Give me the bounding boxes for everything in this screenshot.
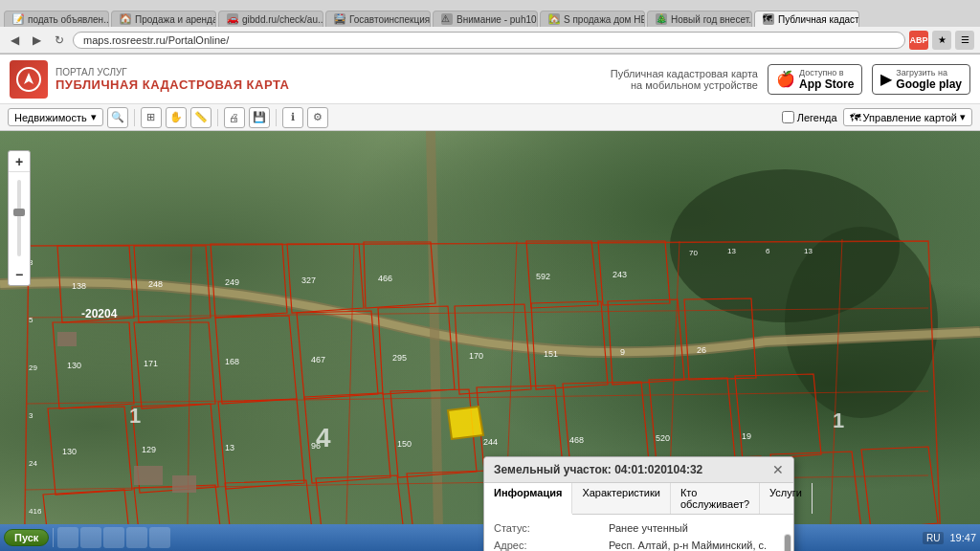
svg-point-3 bbox=[785, 227, 938, 418]
toolbar-export-btn[interactable]: 💾 bbox=[249, 107, 270, 128]
tab-favicon-6: 🏡 bbox=[548, 13, 560, 25]
header-right: Публичная кадастровая карта на мобильном… bbox=[611, 64, 970, 95]
googleplay-icon: ▶ bbox=[880, 70, 892, 88]
map-control-arrow: ▾ bbox=[960, 111, 966, 123]
tab-5[interactable]: ⚠ Внимание - puh10... ✕ bbox=[433, 11, 538, 27]
appstore-text: Доступно в App Store bbox=[799, 68, 854, 91]
toolbar-sep-3 bbox=[276, 109, 277, 126]
popup-content: Статус: Ранее учтенный Адрес: Респ. Алта… bbox=[484, 515, 793, 551]
zoom-out-button[interactable]: − bbox=[9, 264, 30, 285]
popup-scrollbar[interactable] bbox=[784, 534, 791, 551]
forward-button[interactable]: ▶ bbox=[28, 31, 46, 50]
nav-icon-menu[interactable]: ☰ bbox=[955, 31, 974, 50]
svg-text:1: 1 bbox=[129, 404, 141, 428]
taskbar-icon-1[interactable] bbox=[57, 527, 78, 548]
tab-favicon-3: 🚗 bbox=[227, 13, 238, 25]
tab-info[interactable]: Информация bbox=[484, 483, 572, 515]
taskbar-icon-3[interactable] bbox=[103, 527, 124, 548]
start-button[interactable]: Пуск bbox=[4, 529, 49, 546]
tab-label-4: Госавтоинспекция... bbox=[349, 14, 431, 25]
appstore-badge[interactable]: 🍎 Доступно в App Store bbox=[768, 64, 862, 95]
tab-label-8: Публичная кадаст... bbox=[778, 14, 859, 25]
svg-text:468: 468 bbox=[569, 435, 584, 445]
dropdown-arrow-icon: ▾ bbox=[91, 111, 97, 123]
svg-text:26: 26 bbox=[697, 345, 706, 355]
svg-text:13: 13 bbox=[804, 247, 813, 255]
svg-text:24: 24 bbox=[29, 459, 37, 468]
popup-close-button[interactable]: ✕ bbox=[772, 463, 784, 476]
taskbar-icon-2[interactable] bbox=[80, 527, 101, 548]
tab-1[interactable]: 📝 подать объявлен... ✕ bbox=[4, 11, 109, 27]
available-label: Доступно в bbox=[799, 68, 854, 77]
tab-label-1: подать объявлен... bbox=[28, 14, 109, 25]
svg-rect-54 bbox=[172, 475, 196, 493]
googleplay-badge[interactable]: ▶ Загрузить на Google play bbox=[872, 64, 970, 95]
svg-text:70: 70 bbox=[689, 249, 698, 257]
toolbar-search-btn[interactable]: 🔍 bbox=[107, 107, 128, 128]
portal-text: ПОРТАЛ УСЛУГ ПУБЛИЧНАЯ КАДАСТРОВАЯ КАРТА bbox=[56, 67, 289, 92]
refresh-button[interactable]: ↻ bbox=[50, 31, 69, 50]
zoom-slider-thumb[interactable] bbox=[13, 209, 25, 216]
svg-text:248: 248 bbox=[148, 279, 163, 289]
taskbar-icon-5[interactable] bbox=[149, 527, 170, 548]
toolbar-measure-btn[interactable]: 📏 bbox=[190, 107, 212, 128]
nav-icon-abr[interactable]: АВР bbox=[909, 31, 928, 50]
toolbar-settings-btn[interactable]: ⚙ bbox=[307, 107, 328, 128]
svg-text:466: 466 bbox=[378, 274, 392, 283]
address-label: Адрес: bbox=[494, 540, 609, 551]
svg-text:249: 249 bbox=[225, 277, 239, 287]
googleplay-label: Google play bbox=[896, 77, 962, 91]
zoom-in-button[interactable]: + bbox=[9, 151, 30, 172]
back-button[interactable]: ◀ bbox=[6, 31, 24, 50]
app-header: ПОРТАЛ УСЛУГ ПУБЛИЧНАЯ КАДАСТРОВАЯ КАРТА… bbox=[0, 55, 980, 104]
tab-servicer[interactable]: Кто обслуживает? bbox=[671, 483, 760, 514]
map-container[interactable]: 138 248 249 327 466 592 243 130 171 168 … bbox=[0, 131, 980, 551]
toolbar-pan-btn[interactable]: ✋ bbox=[166, 107, 187, 128]
portal-title: ПУБЛИЧНАЯ КАДАСТРОВАЯ КАРТА bbox=[56, 77, 289, 92]
nav-bar: ◀ ▶ ↻ АВР ★ ☰ bbox=[0, 27, 980, 54]
taskbar-icon-4[interactable] bbox=[126, 527, 147, 548]
svg-text:327: 327 bbox=[301, 276, 316, 285]
zoom-controls: + − bbox=[8, 150, 31, 286]
tab-3[interactable]: 🚗 gibdd.ru/check/au... ✕ bbox=[218, 11, 323, 27]
map-control-label: Управление картой bbox=[863, 112, 957, 123]
svg-text:3: 3 bbox=[29, 411, 33, 420]
svg-marker-4 bbox=[448, 407, 483, 439]
portal-top-label: ПОРТАЛ УСЛУГ bbox=[56, 67, 289, 77]
nav-icon-bookmark[interactable]: ★ bbox=[932, 31, 951, 50]
popup-row-status: Статус: Ранее учтенный bbox=[494, 522, 784, 534]
svg-text:6: 6 bbox=[766, 247, 770, 255]
toolbar-layers-btn[interactable]: ⊞ bbox=[141, 107, 162, 128]
svg-text:130: 130 bbox=[62, 447, 77, 456]
map-control-btn[interactable]: 🗺 Управление картой ▾ bbox=[843, 108, 972, 126]
tab-8[interactable]: 🗺 Публичная кадаст... ✕ bbox=[754, 11, 859, 27]
info-popup: Земельный участок: 04:01:020104:32 ✕ Инф… bbox=[483, 456, 794, 551]
address-bar[interactable] bbox=[73, 32, 905, 49]
svg-text:170: 170 bbox=[469, 351, 483, 361]
svg-text:244: 244 bbox=[483, 437, 498, 447]
legend-check[interactable] bbox=[782, 111, 794, 123]
realty-dropdown[interactable]: Недвижимость ▾ bbox=[8, 108, 103, 126]
tab-7[interactable]: 🎄 Новый год внесет... ✕ bbox=[647, 11, 752, 27]
tab-services[interactable]: Услуги bbox=[760, 483, 813, 514]
realty-dropdown-label: Недвижимость bbox=[14, 112, 87, 123]
toolbar-sep-2 bbox=[217, 109, 218, 126]
toolbar-print-btn[interactable]: 🖨 bbox=[224, 107, 245, 128]
svg-text:520: 520 bbox=[656, 433, 670, 443]
tab-label-2: Продажа и аренда... bbox=[135, 14, 216, 25]
language-indicator[interactable]: RU bbox=[923, 532, 944, 544]
download-label: Загрузить на bbox=[896, 68, 962, 77]
tab-6[interactable]: 🏡 S продажа дом НЕД... ✕ bbox=[540, 11, 645, 27]
svg-text:416: 416 bbox=[29, 507, 42, 516]
tab-favicon-5: ⚠ bbox=[441, 13, 453, 25]
legend-checkbox[interactable]: Легенда bbox=[782, 111, 837, 123]
toolbar-info-btn[interactable]: ℹ bbox=[282, 107, 303, 128]
tab-4[interactable]: 🚔 Госавтоинспекция... ✕ bbox=[325, 11, 431, 27]
svg-text:138: 138 bbox=[72, 281, 86, 291]
tab-bar: 📝 подать объявлен... ✕ 🏠 Продажа и аренд… bbox=[0, 0, 980, 27]
tab-2[interactable]: 🏠 Продажа и аренда... ✕ bbox=[111, 11, 216, 27]
svg-text:129: 129 bbox=[142, 445, 156, 454]
tab-characteristics[interactable]: Характеристики bbox=[572, 483, 671, 514]
svg-text:-20204: -20204 bbox=[81, 307, 118, 320]
svg-text:19: 19 bbox=[742, 431, 751, 441]
